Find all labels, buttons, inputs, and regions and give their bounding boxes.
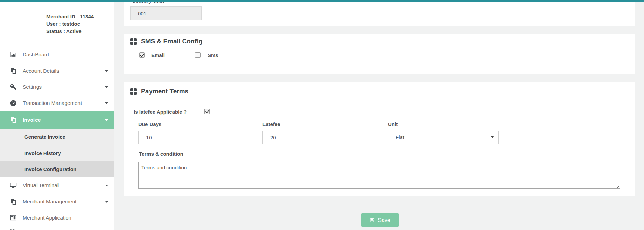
copy-files-icon (9, 117, 17, 123)
merchant-status-text: Status : Active (46, 28, 94, 35)
latefee-applicable-label: Is latefee Applicable ? (134, 109, 187, 115)
sidebar-item-label: Merchant Application (23, 215, 71, 221)
section-title: SMS & Email Config (141, 38, 203, 45)
wrench-icon (9, 84, 17, 90)
chevron-down-icon (105, 86, 108, 88)
sidebar-item-label: Invoice (23, 117, 41, 123)
latefee-label: Latefee (262, 121, 280, 127)
grid-icon (130, 88, 137, 95)
columns-icon (9, 214, 17, 221)
invoice-submenu: Generate Invoice Invoice History Invoice… (0, 129, 114, 177)
gauge-icon (9, 100, 17, 107)
sidebar-subitem-label: Invoice History (24, 150, 61, 156)
chevron-down-icon (105, 102, 108, 104)
sidebar-item-label: Account Details (23, 68, 59, 74)
latefee-input[interactable] (262, 131, 374, 144)
sidebar-item-settings[interactable]: Settings (0, 79, 114, 95)
chevron-down-icon (105, 201, 108, 203)
top-accent-bar (0, 0, 644, 2)
merchant-info: Merchant ID : 11344 User : testdoc Statu… (46, 13, 94, 35)
sidebar-item-transaction-management[interactable]: Transaction Management (0, 95, 114, 111)
merchant-id-text: Merchant ID : 11344 (46, 13, 94, 20)
terms-condition-textarea[interactable]: Terms and condition (138, 162, 620, 189)
sms-checkbox-label: Sms (208, 52, 218, 58)
unit-select[interactable]: Flat (388, 131, 499, 144)
sidebar-item-label: Transaction Management (23, 100, 82, 106)
sidebar-item-label: Virtual Terminal (23, 182, 59, 188)
sidebar-item-merchant-management[interactable]: Merchant Management (0, 193, 114, 210)
sidebar-item-merchant-application[interactable]: Merchant Application (0, 210, 114, 226)
monitor-icon (9, 182, 17, 189)
chevron-down-icon (105, 119, 108, 121)
sidebar-item-label: Merchant Management (23, 199, 76, 205)
sidebar: Merchant ID : 11344 User : testdoc Statu… (0, 2, 114, 230)
sidebar-item-dashboard[interactable]: DashBoard (0, 47, 114, 63)
merchant-user-text: User : testdoc (46, 20, 94, 28)
sidebar-item-label: DashBoard (23, 52, 49, 58)
copy-files-icon (9, 68, 17, 74)
unit-select-value: Flat (396, 134, 404, 140)
due-days-input[interactable] (138, 131, 250, 144)
sidebar-item-label: Settings (23, 84, 42, 90)
due-days-label: Due Days (138, 121, 161, 127)
bar-chart-icon (9, 51, 17, 58)
sidebar-subitem-label: Generate Invoice (24, 134, 65, 140)
email-checkbox-label: Email (151, 52, 165, 58)
save-button-label: Save (378, 217, 390, 223)
country-code-input[interactable] (130, 6, 202, 20)
sidebar-subitem-generate-invoice[interactable]: Generate Invoice (0, 129, 114, 145)
invoice-configuration-page: Merchant ID : 11344 User : testdoc Statu… (0, 0, 644, 230)
sms-email-config-card: SMS & Email Config Email Sms (124, 34, 635, 74)
sidebar-subitem-invoice-configuration[interactable]: Invoice Configuration (0, 161, 114, 177)
sidebar-item-virtual-terminal[interactable]: Virtual Terminal (0, 177, 114, 193)
chevron-down-icon (105, 70, 108, 72)
latefee-applicable-checkbox[interactable] (204, 109, 210, 114)
floppy-disk-icon (370, 217, 375, 223)
sidebar-subitem-label: Invoice Configuration (24, 166, 76, 172)
chevron-down-icon (105, 185, 108, 186)
email-checkbox[interactable] (139, 52, 145, 58)
terms-condition-label: Terms & condition (139, 151, 183, 157)
sidebar-item-invoice[interactable]: Invoice (0, 111, 114, 129)
save-button[interactable]: Save (361, 213, 399, 227)
grid-icon (130, 38, 137, 45)
sms-checkbox[interactable] (195, 52, 201, 58)
sidebar-item-account-details[interactable]: Account Details (0, 63, 114, 79)
circle-icon (10, 229, 15, 230)
unit-label: Unit (388, 121, 398, 127)
copy-files-icon (9, 199, 17, 205)
chevron-down-icon (491, 136, 494, 138)
section-title: Payment Terms (141, 88, 188, 95)
sidebar-subitem-invoice-history[interactable]: Invoice History (0, 145, 114, 161)
